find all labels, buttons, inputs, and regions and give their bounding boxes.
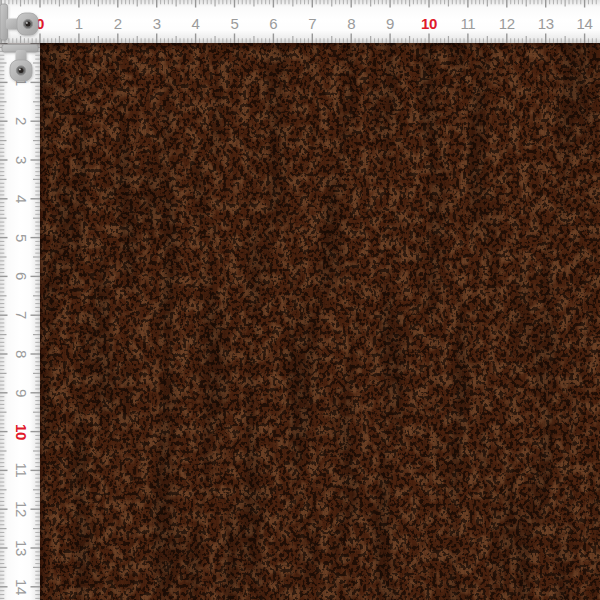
top-ruler-number-7: 7	[308, 16, 316, 31]
top-ruler-number-12: 12	[499, 16, 515, 31]
left-ruler-number-9: 9	[14, 389, 29, 397]
left-ruler-number-13: 13	[14, 540, 29, 556]
top-ruler-number-4: 4	[192, 16, 200, 31]
fabric-weave-overlay	[0, 0, 600, 600]
left-ruler-number-7: 7	[14, 311, 29, 319]
tape-end-clip-vertical-icon	[2, 45, 38, 82]
rivet-horizontal-icon	[23, 19, 32, 28]
left-ruler-number-2: 2	[14, 117, 29, 125]
top-ruler-number-6: 6	[269, 16, 277, 31]
top-ruler-number-11: 11	[460, 16, 475, 31]
top-ruler-number-5: 5	[230, 16, 238, 31]
left-ruler-number-6: 6	[14, 272, 29, 280]
top-ruler-number-10: 10	[421, 16, 437, 31]
top-ruler-number-8: 8	[347, 16, 355, 31]
tape-end-clips	[0, 0, 70, 110]
left-ruler-number-8: 8	[14, 350, 29, 358]
top-ruler-number-1: 1	[75, 16, 83, 31]
left-ruler-number-12: 12	[14, 501, 29, 517]
left-ruler-number-3: 3	[14, 156, 29, 164]
fabric-swatch	[0, 0, 600, 600]
left-ruler-number-10: 10	[14, 424, 29, 440]
left-ruler-number-4: 4	[14, 195, 29, 203]
left-ruler-number-5: 5	[14, 234, 29, 242]
top-ruler-number-3: 3	[153, 16, 161, 31]
top-ruler-number-14: 14	[577, 16, 593, 31]
top-ruler-number-2: 2	[114, 16, 122, 31]
top-ruler: 01234567891011121314	[0, 0, 600, 43]
left-ruler-number-14: 14	[14, 579, 29, 595]
top-ruler-number-13: 13	[538, 16, 554, 31]
rivet-vertical-icon	[16, 66, 25, 75]
left-ruler-number-11: 11	[14, 463, 29, 478]
left-ruler: 1234567891011121314	[0, 43, 40, 600]
top-ruler-number-9: 9	[386, 16, 394, 31]
